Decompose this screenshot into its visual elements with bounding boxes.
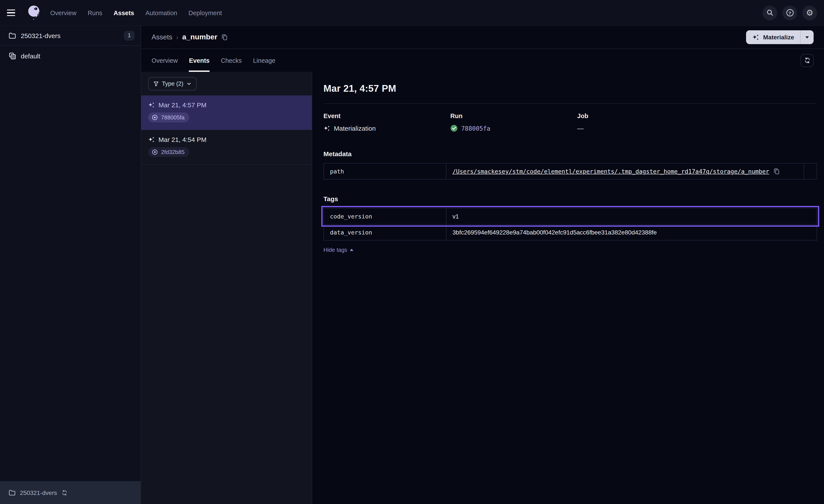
hide-tags-label: Hide tags	[323, 247, 347, 253]
event-detail-title: Mar 21, 4:57 PM	[323, 83, 824, 94]
materialization-icon	[148, 102, 155, 108]
sidebar-item-repo[interactable]: 250321-dvers 1	[0, 26, 141, 46]
repo-name: 250321-dvers	[21, 32, 61, 39]
nav-item-overview[interactable]: Overview	[50, 9, 77, 16]
job-value: —	[577, 125, 584, 132]
tag-key: data_version	[324, 225, 446, 240]
top-nav: Overview Runs Assets Automation Deployme…	[0, 0, 824, 26]
sidebar-item-group-default[interactable]: default	[0, 46, 141, 66]
chevron-down-icon	[805, 36, 809, 38]
table-row: data_version 3bfc269594ef649228e9a74bab0…	[324, 224, 817, 240]
help-button[interactable]: ?	[783, 5, 797, 20]
table-row-highlighted: code_version v1	[324, 209, 817, 224]
help-icon: ?	[786, 9, 794, 17]
metadata-table: path /Users/smackesey/stm/code/elementl/…	[323, 163, 817, 179]
metadata-heading: Metadata	[323, 150, 824, 157]
metadata-key: path	[324, 163, 446, 179]
event-list-item[interactable]: Mar 21, 4:54 PM 2fd32b85	[141, 130, 312, 165]
tag-key: code_version	[324, 209, 446, 224]
events-filter-bar: Type (2)	[141, 72, 312, 96]
event-detail-panel: Mar 21, 4:57 PM Event	[312, 72, 824, 504]
event-column-label: Event	[323, 113, 450, 119]
tag-value: v1	[452, 213, 459, 220]
run-id: 2fd32b85	[161, 149, 185, 155]
tab-overview[interactable]: Overview	[151, 49, 178, 72]
tags-heading: Tags	[323, 195, 824, 203]
folder-icon	[9, 490, 16, 496]
materialize-button[interactable]: Materialize	[746, 33, 800, 41]
type-filter-button[interactable]: Type (2)	[148, 77, 196, 90]
nav-item-deployment[interactable]: Deployment	[188, 9, 222, 16]
main-content: Assets › a_number	[141, 26, 824, 504]
chevron-up-icon	[350, 249, 353, 251]
tab-checks[interactable]: Checks	[221, 49, 242, 72]
run-id-badge[interactable]: 2fd32b85	[148, 147, 189, 157]
event-summary: Event Materialization	[323, 113, 824, 132]
tab-lineage[interactable]: Lineage	[253, 49, 275, 72]
search-icon	[766, 9, 774, 16]
job-column-label: Job	[577, 113, 704, 119]
run-id: 788005fa	[161, 114, 185, 121]
nav-item-assets[interactable]: Assets	[114, 9, 134, 16]
asset-tabs: Overview Events Checks Lineage	[141, 49, 824, 72]
dagster-app: Overview Runs Assets Automation Deployme…	[0, 0, 824, 504]
materialize-label: Materialize	[763, 34, 794, 41]
table-row: path /Users/smackesey/stm/code/elementl/…	[324, 163, 817, 179]
chevron-down-icon	[186, 81, 191, 86]
event-list-item[interactable]: Mar 21, 4:57 PM 788005fa	[141, 96, 312, 130]
dagster-logo-icon[interactable]	[25, 4, 43, 22]
materialization-icon	[323, 125, 330, 132]
refresh-button[interactable]	[801, 54, 814, 67]
asset-sidebar: 250321-dvers 1 default	[0, 26, 141, 504]
event-type-value: Materialization	[334, 125, 376, 132]
event-timestamp: Mar 21, 4:54 PM	[159, 136, 207, 143]
run-target-icon	[151, 114, 158, 121]
run-success-icon	[450, 125, 458, 132]
events-list-panel: Type (2)	[141, 72, 312, 504]
tags-table: code_version v1 data_version 3bfc269594e…	[323, 208, 817, 241]
hide-tags-link[interactable]: Hide tags	[323, 247, 353, 253]
settings-button[interactable]: ⚙	[802, 5, 817, 20]
search-button[interactable]	[762, 5, 777, 20]
tag-value: 3bfc269594ef649228e9a74bab00f042efc91d5a…	[452, 229, 657, 236]
footer-repo-name: 250321-dvers	[20, 489, 57, 496]
sparkle-icon	[752, 33, 760, 41]
reload-icon[interactable]	[61, 490, 67, 496]
copy-path-icon[interactable]	[773, 168, 780, 175]
asset-count-badge: 1	[124, 31, 135, 41]
page-title: a_number	[182, 33, 217, 41]
tab-events[interactable]: Events	[189, 49, 210, 72]
event-timestamp: Mar 21, 4:57 PM	[159, 101, 207, 109]
nav-item-runs[interactable]: Runs	[88, 9, 102, 16]
gear-icon: ⚙	[806, 9, 813, 17]
breadcrumb-assets-link[interactable]: Assets	[151, 33, 172, 41]
refresh-icon	[804, 57, 810, 64]
type-filter-label: Type (2)	[162, 80, 183, 87]
nav-links: Overview Runs Assets Automation Deployme…	[50, 9, 222, 16]
materialization-icon	[148, 136, 155, 143]
run-target-icon	[151, 149, 158, 155]
tags-section: Tags code_version v1 data_version 3bfc26…	[323, 195, 824, 254]
asset-group-icon	[9, 52, 16, 59]
filter-icon	[153, 81, 159, 86]
menu-icon[interactable]	[7, 5, 22, 20]
folder-icon	[9, 32, 16, 39]
copy-asset-name-icon[interactable]	[221, 34, 228, 41]
run-id-badge[interactable]: 788005fa	[148, 113, 189, 122]
run-column-label: Run	[450, 113, 577, 119]
group-name: default	[21, 52, 40, 59]
materialize-split-button: Materialize	[746, 30, 814, 44]
metadata-section: Metadata path /Users/smackesey/stm/code/…	[323, 150, 824, 179]
metadata-path-link[interactable]: /Users/smackesey/stm/code/elementl/exper…	[452, 168, 769, 175]
run-link[interactable]: 788005fa	[461, 125, 490, 132]
materialize-dropdown-button[interactable]	[801, 36, 814, 38]
breadcrumb-separator: ›	[176, 34, 178, 41]
asset-header: Assets › a_number	[141, 26, 824, 49]
sidebar-footer-repo[interactable]: 250321-dvers	[0, 481, 141, 504]
nav-item-automation[interactable]: Automation	[145, 9, 177, 16]
